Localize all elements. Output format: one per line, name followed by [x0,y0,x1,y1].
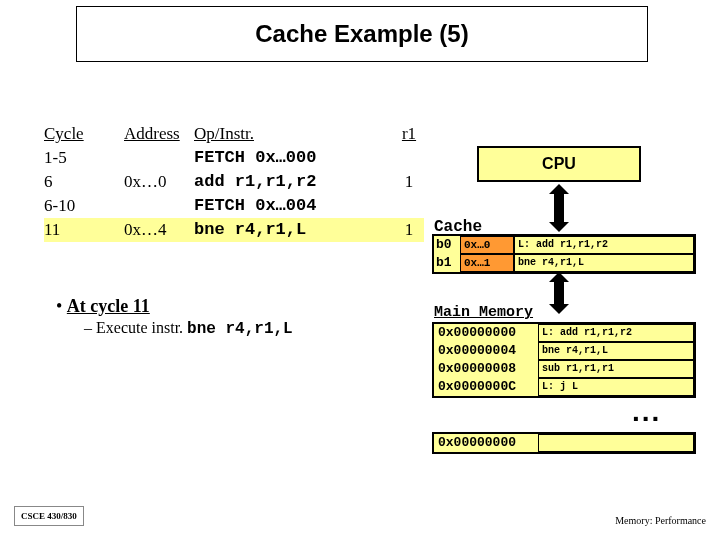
bullet-sub: Execute instr. bne r4,r1,L [84,319,293,338]
bullet-main: At cycle 11 [56,296,293,317]
trace-row-highlighted: 11 0x…4 bne r4,r1,L 1 [44,218,424,242]
trace-row: 6-10 FETCH 0x…004 [44,194,424,218]
arrow-cpu-cache [554,194,564,222]
footer-right: Memory: Performance [615,515,706,526]
cache-row: b0 0x…0 L: add r1,r1,r2 [434,236,694,254]
memory-label: Main Memory [434,304,533,321]
arrow-cache-mem [554,282,564,304]
page-title: Cache Example (5) [255,20,468,48]
mem-row: 0x00000000 L: add r1,r1,r2 [434,324,694,342]
hdr-cycle: Cycle [44,122,124,146]
trace-row: 6 0x…0 add r1,r1,r2 1 [44,170,424,194]
memory-box: 0x00000000 L: add r1,r1,r2 0x00000004 bn… [432,322,696,398]
hdr-r1: r1 [394,122,424,146]
hdr-op: Op/Instr. [194,122,394,146]
mem-row: 0x00000008 sub r1,r1,r1 [434,360,694,378]
memory-box-2: 0x00000000 [432,432,696,454]
footer-left: CSCE 430/830 [14,506,84,526]
cache-box: b0 0x…0 L: add r1,r1,r2 b1 0x…1 bne r4,r… [432,234,696,274]
trace-table: Cycle Address Op/Instr. r1 1-5 FETCH 0x…… [44,122,424,242]
bullet-list: At cycle 11 Execute instr. bne r4,r1,L [56,296,293,338]
hdr-addr: Address [124,122,194,146]
ellipsis: ... [632,396,661,428]
trace-row: 1-5 FETCH 0x…000 [44,146,424,170]
cpu-box: CPU [477,146,641,182]
mem-row: 0x0000000C L: j L [434,378,694,396]
trace-header: Cycle Address Op/Instr. r1 [44,122,424,146]
title-frame: Cache Example (5) [76,6,648,62]
cache-row: b1 0x…1 bne r4,r1,L [434,254,694,272]
mem-row: 0x00000004 bne r4,r1,L [434,342,694,360]
